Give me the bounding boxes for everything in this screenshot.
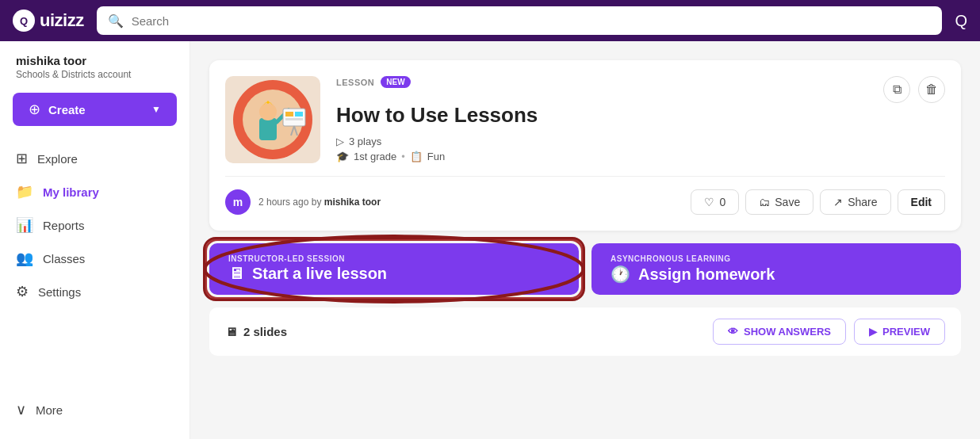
reports-icon: 📊 xyxy=(16,216,33,234)
slides-buttons: 👁 SHOW ANSWERS ▶ PREVIEW xyxy=(713,319,945,345)
logo: Q uizizz xyxy=(13,10,84,32)
preview-button[interactable]: ▶ PREVIEW xyxy=(854,319,945,345)
grade-icon: 🎓 xyxy=(336,151,349,162)
slides-icon: 🖥 xyxy=(225,325,237,338)
main-layout: mishika toor Schools & Districts account… xyxy=(0,41,980,439)
share-label: Share xyxy=(848,196,877,208)
sidebar-item-label: Settings xyxy=(38,285,81,299)
delete-button[interactable]: 🗑 xyxy=(918,76,945,103)
user-name: mishika toor xyxy=(16,54,174,67)
save-button[interactable]: 🗂 Save xyxy=(745,189,813,215)
svg-rect-7 xyxy=(285,112,293,116)
live-session-label: 🖥 Start a live lesson xyxy=(228,265,387,283)
lesson-title: How to Use Lessons xyxy=(336,103,945,128)
lesson-thumbnail xyxy=(225,76,320,163)
svg-point-3 xyxy=(259,103,277,120)
edit-label: Edit xyxy=(911,196,932,208)
share-icon: ↗ xyxy=(833,196,843,208)
time-ago: 2 hours ago by xyxy=(258,197,321,208)
svg-rect-8 xyxy=(295,112,303,116)
svg-rect-9 xyxy=(285,118,303,120)
edit-button[interactable]: Edit xyxy=(898,189,945,215)
settings-icon: ⚙ xyxy=(16,283,29,300)
play-icon: ▷ xyxy=(336,136,344,147)
card-bottom: m 2 hours ago by mishika toor ♡ 0 🗂 Save xyxy=(225,176,945,215)
card-action-buttons: ♡ 0 🗂 Save ↗ Share Edit xyxy=(691,189,945,215)
save-label: Save xyxy=(775,196,800,208)
plus-icon: ⊕ xyxy=(29,101,40,118)
search-input[interactable] xyxy=(132,14,932,28)
grade-row: 🎓 1st grade • 📋 Fun xyxy=(336,151,945,162)
logo-circle: Q xyxy=(13,10,35,32)
svg-rect-6 xyxy=(283,109,305,126)
card-info: LESSON NEW ⧉ 🗑 How to Use Lessons ▷ 3 pl… xyxy=(336,76,945,162)
copy-button[interactable]: ⧉ xyxy=(883,76,910,103)
author-name: mishika toor xyxy=(324,197,381,208)
sidebar-item-classes[interactable]: 👥 Classes xyxy=(0,242,189,275)
sidebar-item-label: My library xyxy=(43,185,99,199)
live-session-sublabel: INSTRUCTOR-LED SESSION xyxy=(228,254,345,263)
save-icon: 🗂 xyxy=(759,196,770,208)
clock-icon: 🕐 xyxy=(611,265,630,284)
search-bar[interactable]: 🔍 xyxy=(97,6,943,35)
slides-count: 2 slides xyxy=(243,325,287,338)
live-lesson-button[interactable]: INSTRUCTOR-LED SESSION 🖥 Start a live le… xyxy=(209,243,579,295)
monitor-icon: 🖥 xyxy=(228,265,244,283)
show-answers-button[interactable]: 👁 SHOW ANSWERS xyxy=(713,319,846,345)
chevron-down-icon: ∨ xyxy=(16,401,26,418)
search-icon: 🔍 xyxy=(108,13,124,29)
card-actions-top: ⧉ 🗑 xyxy=(883,76,945,103)
heart-icon: ♡ xyxy=(704,196,714,208)
sidebar-item-label: Explore xyxy=(37,152,78,166)
action-row: INSTRUCTOR-LED SESSION 🖥 Start a live le… xyxy=(209,243,961,295)
share-button[interactable]: ↗ Share xyxy=(820,189,890,215)
like-count: 0 xyxy=(719,196,725,208)
slides-info: 🖥 2 slides xyxy=(225,325,287,338)
author-text: 2 hours ago by mishika toor xyxy=(258,197,381,208)
create-label: Create xyxy=(48,103,86,116)
like-button[interactable]: ♡ 0 xyxy=(691,189,739,215)
sidebar-item-my-library[interactable]: 📁 My library xyxy=(0,175,189,208)
svg-rect-2 xyxy=(259,118,277,140)
category-text: Fun xyxy=(427,151,445,162)
library-icon: 📁 xyxy=(16,183,33,200)
grade-text: 1st grade xyxy=(354,151,396,162)
homework-label: 🕐 Assign homework xyxy=(611,265,775,284)
sidebar-item-label: Classes xyxy=(43,252,85,265)
card-top: LESSON NEW ⧉ 🗑 How to Use Lessons ▷ 3 pl… xyxy=(225,76,945,163)
sidebar-item-more[interactable]: ∨ More xyxy=(0,393,189,426)
lesson-card: LESSON NEW ⧉ 🗑 How to Use Lessons ▷ 3 pl… xyxy=(209,60,961,231)
sidebar-item-reports[interactable]: 📊 Reports xyxy=(0,208,189,242)
app-header: Q uizizz 🔍 Q xyxy=(0,0,980,41)
classes-icon: 👥 xyxy=(16,250,33,267)
preview-label: PREVIEW xyxy=(882,326,930,338)
main-content: LESSON NEW ⧉ 🗑 How to Use Lessons ▷ 3 pl… xyxy=(190,41,980,439)
new-badge: NEW xyxy=(381,76,410,88)
sidebar-item-label: More xyxy=(36,403,63,417)
lesson-label: LESSON xyxy=(336,78,374,87)
category-icon: 📋 xyxy=(410,151,423,162)
header-right-icon[interactable]: Q xyxy=(955,12,967,30)
create-button[interactable]: ⊕ Create ▼ xyxy=(13,93,177,126)
slides-row: 🖥 2 slides 👁 SHOW ANSWERS ▶ PREVIEW xyxy=(209,307,961,356)
user-info: mishika toor Schools & Districts account xyxy=(0,54,189,93)
play-icon: ▶ xyxy=(869,326,877,338)
assign-homework-button[interactable]: ASYNCHRONOUS LEARNING 🕐 Assign homework xyxy=(591,243,961,295)
plays-row: ▷ 3 plays xyxy=(336,136,945,147)
sidebar-item-settings[interactable]: ⚙ Settings xyxy=(0,275,189,308)
lesson-meta: ▷ 3 plays 🎓 1st grade • 📋 Fun xyxy=(336,136,945,162)
user-account: Schools & Districts account xyxy=(16,69,174,80)
plays-count: 3 plays xyxy=(349,136,381,147)
dropdown-arrow-icon: ▼ xyxy=(151,104,161,115)
logo-text: uizizz xyxy=(40,10,84,31)
homework-sublabel: ASYNCHRONOUS LEARNING xyxy=(611,254,731,263)
dot-separator: • xyxy=(401,151,405,162)
sidebar: mishika toor Schools & Districts account… xyxy=(0,41,190,439)
sidebar-nav: ⊞ Explore 📁 My library 📊 Reports 👥 Class… xyxy=(0,142,189,308)
sidebar-item-label: Reports xyxy=(43,219,85,232)
show-answers-label: SHOW ANSWERS xyxy=(744,326,831,338)
avatar: m xyxy=(225,189,251,215)
sidebar-item-explore[interactable]: ⊞ Explore xyxy=(0,142,189,175)
eye-icon: 👁 xyxy=(728,326,738,338)
author-info: m 2 hours ago by mishika toor xyxy=(225,189,381,215)
